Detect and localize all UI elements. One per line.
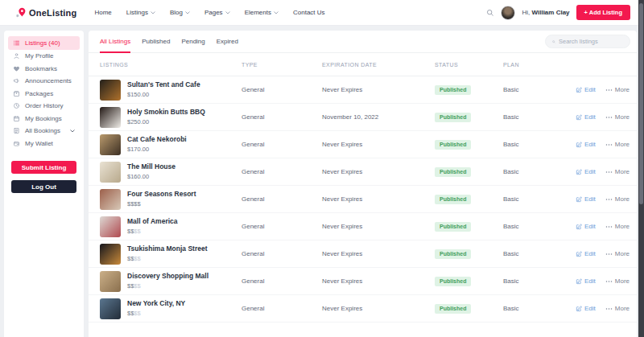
listing-type: General [242,113,322,121]
edit-button[interactable]: Edit [576,277,596,285]
sidebar-item-my-profile[interactable]: My Profile [8,50,80,63]
listing-thumbnail[interactable] [100,244,121,265]
listing-price: $$$$ [127,310,185,317]
search-icon [552,39,555,45]
listing-thumbnail[interactable] [100,271,121,292]
search-icon[interactable] [486,9,494,17]
table-row: Holy Smokin Butts BBQ $250.00 General No… [89,104,637,131]
table-row: Four Seasons Resort $$$$ General Never E… [89,186,637,213]
sidebar-item-order-history[interactable]: Order History [8,100,80,113]
ellipsis-icon [605,307,613,310]
status-badge: Published [435,249,471,259]
listings-table: Sultan's Tent and Cafe $150.00 General N… [89,76,637,323]
edit-icon [576,169,582,175]
listing-thumbnail[interactable] [100,107,121,128]
table-row: Mall of America $$$$ General Never Expir… [89,213,637,240]
more-button[interactable]: More [605,250,630,257]
nav-item-elements[interactable]: Elements [245,9,279,16]
more-button[interactable]: More [605,113,630,121]
sidebar-item-all-bookings[interactable]: All Bookings [8,125,80,138]
ellipsis-icon [605,116,613,119]
sidebar-item-packages[interactable]: Packages [8,88,80,101]
sidebar-item-listings-40[interactable]: Listings (40) [8,36,80,50]
listing-expiration: Never Expires [322,195,435,203]
add-listing-button[interactable]: + Add Listing [576,5,630,20]
listing-plan: Basic [503,86,576,93]
edit-button[interactable]: Edit [576,168,596,175]
tab-expired[interactable]: Expired [217,31,238,52]
sidebar-menu: Listings (40) My Profile Bookmarks Annou… [4,36,84,150]
ellipsis-icon [605,280,613,283]
edit-button[interactable]: Edit [576,195,596,203]
chevron-down-icon [185,11,190,14]
listing-thumbnail[interactable] [100,80,121,101]
status-badge: Published [435,304,471,314]
listing-expiration: Never Expires [322,168,435,175]
listing-thumbnail[interactable] [100,216,121,237]
status-badge: Published [435,167,471,177]
listing-thumbnail[interactable] [100,189,121,210]
more-button[interactable]: More [605,86,630,93]
tab-published[interactable]: Published [142,31,170,52]
nav-item-pages[interactable]: Pages [204,9,230,16]
listing-thumbnail[interactable] [100,134,121,155]
page-scrollbar[interactable] [638,0,644,337]
listing-name[interactable]: Tsukishima Monja Street [127,245,208,253]
tab-pending[interactable]: Pending [181,31,204,52]
listing-expiration: Never Expires [322,86,435,93]
user-avatar[interactable] [501,6,515,20]
listing-thumbnail[interactable] [100,162,121,183]
sidebar-item-bookmarks[interactable]: Bookmarks [8,63,80,76]
more-button[interactable]: More [605,305,630,312]
logo[interactable]: OneListing [14,6,76,19]
listing-name[interactable]: Holy Smokin Butts BBQ [127,109,205,116]
more-button[interactable]: More [605,223,630,230]
more-button[interactable]: More [605,168,630,175]
more-button[interactable]: More [605,141,630,148]
edit-button[interactable]: Edit [576,223,596,230]
tab-all-listings[interactable]: All Listings [100,31,130,52]
more-button[interactable]: More [605,277,630,285]
listing-search[interactable] [545,35,630,48]
submit-listing-button[interactable]: Submit Listing [11,161,76,174]
ellipsis-icon [605,143,613,146]
listing-type: General [242,195,322,203]
logout-button[interactable]: Log Out [11,180,76,193]
listing-type: General [242,223,322,230]
sidebar-item-my-wallet[interactable]: My Wallet [8,138,80,150]
listing-thumbnail[interactable] [100,298,121,319]
scrollbar-thumb[interactable] [639,3,643,204]
nav-item-blog[interactable]: Blog [170,9,190,16]
listing-name[interactable]: Sultan's Tent and Cafe [127,81,200,88]
listing-name[interactable]: New York City, NY [127,300,185,307]
listing-plan: Basic [503,168,576,175]
nav-item-home[interactable]: Home [94,9,111,16]
sidebar-item-my-bookings[interactable]: My Bookings [8,113,80,125]
listing-name[interactable]: Discovery Shopping Mall [127,273,208,280]
edit-button[interactable]: Edit [576,305,596,312]
nav-item-contact-us[interactable]: Contact Us [293,9,325,16]
bookings-icon [13,127,20,134]
listing-name[interactable]: Four Seasons Resort [127,191,196,198]
listing-name[interactable]: The Mill House [127,163,175,171]
nav-item-listings[interactable]: Listings [126,9,155,16]
navbar-right: Hi, William Clay + Add Listing [486,5,630,20]
edit-button[interactable]: Edit [576,141,596,148]
chevron-down-icon [274,11,279,14]
listing-price: $$$$ [127,255,208,262]
table-row: Sultan's Tent and Cafe $150.00 General N… [89,76,637,104]
edit-button[interactable]: Edit [576,86,596,93]
main-nav: Home Listings Blog Pages Elements Contac… [94,9,324,16]
edit-icon [576,196,582,203]
sidebar-item-announcements[interactable]: Announcements [8,75,80,88]
user-greeting[interactable]: Hi, William Clay [522,9,569,16]
more-button[interactable]: More [605,195,630,203]
edit-button[interactable]: Edit [576,250,596,257]
listing-price: $$$$ [127,282,208,290]
listing-name[interactable]: Mall of America [127,218,178,225]
edit-button[interactable]: Edit [576,113,596,121]
listing-name[interactable]: Cat Cafe Nekorobi [127,136,187,143]
search-listings-input[interactable] [559,38,623,45]
listing-expiration: Never Expires [322,141,435,148]
listing-price: $$$$ [127,228,178,235]
